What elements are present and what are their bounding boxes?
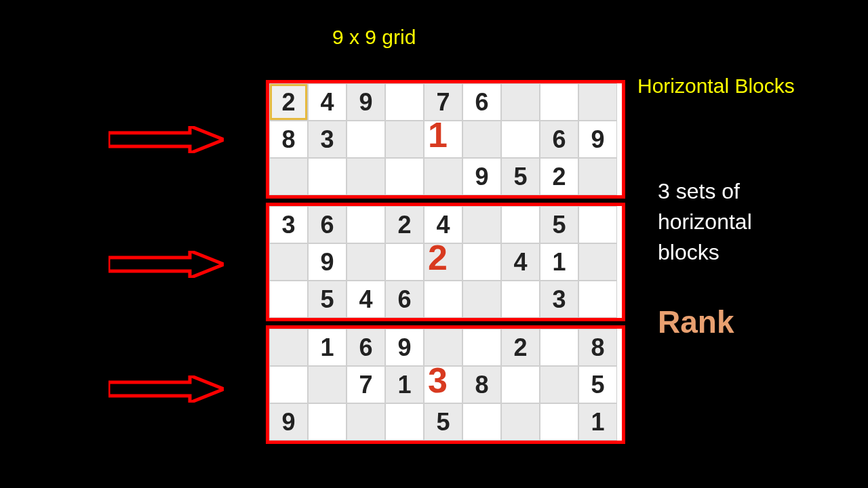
grid-row: 941 xyxy=(269,243,622,281)
grid-cell: 4 xyxy=(424,206,462,243)
grid-cell xyxy=(540,403,578,441)
grid-cell: 2 xyxy=(501,329,540,366)
grid-cell xyxy=(501,366,540,403)
text-line: blocks xyxy=(658,237,752,268)
grid-cell xyxy=(462,329,501,366)
horizontal-band-3: 1692871859513 xyxy=(266,325,625,444)
grid-cell: 4 xyxy=(501,243,540,281)
grid-cell: 3 xyxy=(269,206,308,243)
grid-cell: 6 xyxy=(540,121,578,158)
grid-cell xyxy=(269,366,308,403)
horizontal-band-2: 3624594154632 xyxy=(266,203,625,321)
grid-cell: 1 xyxy=(540,243,578,281)
grid-cell xyxy=(462,206,501,243)
grid-cell: 5 xyxy=(424,403,462,441)
grid-cell: 9 xyxy=(385,329,424,366)
label-horizontal-blocks: Horizontal Blocks xyxy=(637,75,795,98)
grid-cell xyxy=(308,366,347,403)
grid-cell: 1 xyxy=(385,366,424,403)
grid-cell xyxy=(540,366,578,403)
sudoku-grid: 2497683699521 3624594154632 169287185951… xyxy=(266,80,625,448)
grid-row: 951 xyxy=(269,403,622,441)
grid-cell: 9 xyxy=(308,243,347,281)
grid-cell xyxy=(385,243,424,281)
grid-cell: 5 xyxy=(308,281,347,318)
grid-cell: 1 xyxy=(578,403,617,441)
grid-cell xyxy=(540,83,578,121)
grid-cell xyxy=(462,403,501,441)
grid-row: 952 xyxy=(269,158,622,195)
grid-cell xyxy=(347,206,385,243)
grid-cell xyxy=(347,121,385,158)
label-sets-description: 3 sets of horizontal blocks xyxy=(658,176,752,267)
grid-cell xyxy=(385,121,424,158)
grid-cell xyxy=(501,206,540,243)
grid-cell xyxy=(578,158,617,195)
grid-cell xyxy=(540,329,578,366)
grid-cell xyxy=(385,403,424,441)
text-line: 3 sets of xyxy=(658,176,752,207)
grid-row: 24976 xyxy=(269,83,622,121)
grid-cell: 6 xyxy=(385,281,424,318)
grid-row: 16928 xyxy=(269,329,622,366)
grid-cell: 3 xyxy=(308,121,347,158)
grid-cell: 8 xyxy=(462,366,501,403)
grid-cell xyxy=(578,83,617,121)
grid-cell: 6 xyxy=(462,83,501,121)
grid-cell: 4 xyxy=(347,281,385,318)
grid-cell xyxy=(347,403,385,441)
grid-cell xyxy=(462,281,501,318)
grid-cell xyxy=(578,206,617,243)
grid-cell: 4 xyxy=(308,83,347,121)
grid-cell: 9 xyxy=(578,121,617,158)
grid-cell xyxy=(424,158,462,195)
grid-cell: 2 xyxy=(385,206,424,243)
grid-cell xyxy=(462,243,501,281)
grid-cell xyxy=(501,281,540,318)
grid-cell xyxy=(308,158,347,195)
grid-row: 8369 xyxy=(269,121,622,158)
grid-cell xyxy=(424,366,462,403)
grid-cell xyxy=(578,243,617,281)
grid-cell xyxy=(424,281,462,318)
grid-cell xyxy=(462,121,501,158)
label-rank: Rank xyxy=(658,304,734,340)
grid-cell: 5 xyxy=(578,366,617,403)
grid-cell: 1 xyxy=(308,329,347,366)
grid-cell: 5 xyxy=(540,206,578,243)
text-line: horizontal xyxy=(658,207,752,237)
grid-row: 5463 xyxy=(269,281,622,318)
grid-cell: 3 xyxy=(540,281,578,318)
grid-cell: 2 xyxy=(540,158,578,195)
grid-cell: 2 xyxy=(269,83,308,121)
grid-cell xyxy=(501,121,540,158)
grid-cell: 7 xyxy=(424,83,462,121)
grid-cell xyxy=(424,243,462,281)
grid-cell xyxy=(424,121,462,158)
grid-cell xyxy=(578,281,617,318)
grid-cell: 6 xyxy=(308,206,347,243)
horizontal-band-1: 2497683699521 xyxy=(266,80,625,199)
grid-cell xyxy=(501,403,540,441)
arrow-icon xyxy=(108,251,224,278)
grid-cell xyxy=(269,243,308,281)
grid-cell: 5 xyxy=(501,158,540,195)
grid-cell: 8 xyxy=(578,329,617,366)
diagram-title: 9 x 9 grid xyxy=(332,26,416,49)
grid-cell xyxy=(269,281,308,318)
grid-cell: 9 xyxy=(347,83,385,121)
grid-cell: 6 xyxy=(347,329,385,366)
grid-cell xyxy=(501,83,540,121)
grid-cell: 7 xyxy=(347,366,385,403)
grid-cell: 9 xyxy=(462,158,501,195)
grid-cell xyxy=(347,243,385,281)
grid-cell xyxy=(424,329,462,366)
grid-cell xyxy=(385,83,424,121)
grid-cell xyxy=(269,329,308,366)
grid-cell xyxy=(269,158,308,195)
grid-cell: 8 xyxy=(269,121,308,158)
grid-cell xyxy=(385,158,424,195)
grid-cell xyxy=(347,158,385,195)
grid-cell: 9 xyxy=(269,403,308,441)
arrow-icon xyxy=(108,375,224,403)
